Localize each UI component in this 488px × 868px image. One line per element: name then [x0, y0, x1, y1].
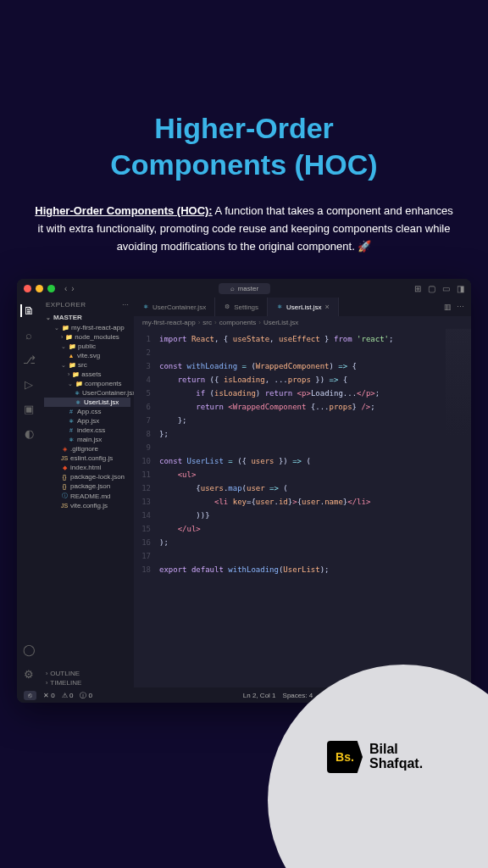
tree-item[interactable]: ◆index.html	[44, 463, 130, 472]
panel-icon[interactable]: ▭	[442, 284, 450, 293]
tree-item[interactable]: ⚛main.jsx	[44, 435, 130, 444]
sidebar-icon[interactable]: ◨	[457, 284, 464, 293]
tree-item[interactable]: ⓘREADME.md	[44, 491, 130, 501]
timeline-section[interactable]: ›TIMELINE	[41, 678, 134, 687]
code-content[interactable]: import React, { useState, useEffect } fr…	[156, 329, 446, 687]
workspace-header[interactable]: ⌄ MASTER	[41, 312, 134, 323]
more-tabs-icon[interactable]: ⋯	[457, 303, 464, 311]
settings-icon[interactable]: ⚙	[24, 668, 34, 681]
close-tab-icon[interactable]: ×	[324, 303, 329, 311]
file-icon: ⚛	[142, 303, 149, 310]
arrow-left-icon[interactable]: ‹	[64, 284, 67, 293]
tree-item[interactable]: ⌄📁my-first-react-app	[44, 323, 130, 332]
search-icon: ⌕	[230, 285, 235, 292]
remote-icon[interactable]: ◐	[25, 427, 34, 440]
tree-item[interactable]: #index.css	[44, 426, 130, 435]
tree-item[interactable]: ⚛UserContainer.jsx	[44, 388, 130, 398]
extensions-icon[interactable]: ▣	[24, 403, 34, 415]
breadcrumb[interactable]: my-first-react-app›src›components›UserLi…	[134, 316, 471, 329]
brand-name: Bilal Shafqat.	[369, 743, 423, 771]
activity-bar: 🗎 ⌕ ⎇ ▷ ▣ ◐ ◯ ⚙	[17, 298, 41, 687]
tree-item[interactable]: #App.css	[44, 407, 130, 416]
command-center[interactable]: ⌕ master	[219, 283, 270, 294]
minimap[interactable]	[446, 329, 471, 687]
tree-item[interactable]: JSeslint.config.js	[44, 453, 130, 463]
file-icon: ⚙	[224, 303, 230, 310]
more-icon[interactable]: ⋯	[122, 301, 130, 309]
minimize-dot[interactable]	[36, 285, 43, 292]
sidebar-header: EXPLORER ⋯	[41, 298, 134, 312]
tree-item[interactable]: ◈.gitignore	[44, 444, 130, 453]
brand-logo: Bs.	[327, 741, 363, 773]
tree-item[interactable]: ⌄📁src	[44, 360, 130, 370]
explorer-icon[interactable]: 🗎	[20, 304, 35, 317]
cursor-pos[interactable]: Ln 2, Col 1	[243, 692, 276, 699]
tree-item[interactable]: ›📁node_modules	[44, 332, 130, 342]
layout-icon[interactable]: ▢	[428, 284, 435, 293]
page-title: Higher-Order Components (HOC)	[0, 110, 488, 182]
remote-status[interactable]: ⎋	[24, 691, 36, 700]
line-gutter: 123456789101112131415161718	[134, 329, 156, 687]
description: Higher-Order Components (HOC): A functio…	[34, 203, 454, 255]
account-icon[interactable]: ◯	[23, 643, 36, 656]
editor: ⚛UserContainer.jsx⚙Settings⚛UserList.jsx…	[134, 298, 471, 687]
tree-item[interactable]: ⚛App.jsx	[44, 416, 130, 426]
arrow-right-icon[interactable]: ›	[71, 284, 74, 293]
tree-item[interactable]: {}package.json	[44, 481, 130, 491]
errors-count[interactable]: ✕ 0	[43, 692, 55, 699]
tree-item[interactable]: ›📁assets	[44, 370, 130, 379]
vscode-window: ‹ › ⌕ master ⊞ ▢ ▭ ◨ 🗎 ⌕ ⎇ ▷ ▣ ◐ ◯ ⚙	[17, 279, 471, 703]
tree-item[interactable]: ▲vite.svg	[44, 351, 130, 360]
tab-bar: ⚛UserContainer.jsx⚙Settings⚛UserList.jsx…	[134, 298, 471, 316]
editor-tab[interactable]: ⚛UserContainer.jsx	[134, 298, 215, 316]
split-icon[interactable]: ▥	[444, 303, 452, 311]
scm-icon[interactable]: ⎇	[23, 353, 36, 366]
editor-tab[interactable]: ⚙Settings	[215, 298, 268, 316]
tree-item[interactable]: ⚛UserList.jsx	[44, 398, 130, 407]
outline-section[interactable]: ›OUTLINE	[41, 669, 134, 678]
tree-item[interactable]: {}package-lock.json	[44, 472, 130, 481]
titlebar: ‹ › ⌕ master ⊞ ▢ ▭ ◨	[17, 279, 471, 298]
close-dot[interactable]	[24, 285, 31, 292]
file-icon: ⚛	[276, 303, 283, 310]
tree-item[interactable]: ⌄📁components	[44, 379, 130, 388]
search-activity-icon[interactable]: ⌕	[25, 329, 32, 342]
hints-count[interactable]: ⓘ 0	[80, 691, 92, 700]
tree-item[interactable]: ⌄📁public	[44, 342, 130, 351]
warnings-count[interactable]: ⚠ 0	[62, 692, 74, 699]
copilot-icon[interactable]: ⊞	[414, 284, 421, 293]
editor-tab[interactable]: ⚛UserList.jsx×	[268, 298, 339, 316]
file-tree: ⌄📁my-first-react-app›📁node_modules⌄📁publ…	[41, 323, 134, 510]
sidebar: EXPLORER ⋯ ⌄ MASTER ⌄📁my-first-react-app…	[41, 298, 134, 687]
tree-item[interactable]: JSvite.config.js	[44, 501, 130, 510]
maximize-dot[interactable]	[47, 285, 55, 292]
indent[interactable]: Spaces: 4	[283, 692, 313, 699]
debug-icon[interactable]: ▷	[25, 378, 33, 391]
